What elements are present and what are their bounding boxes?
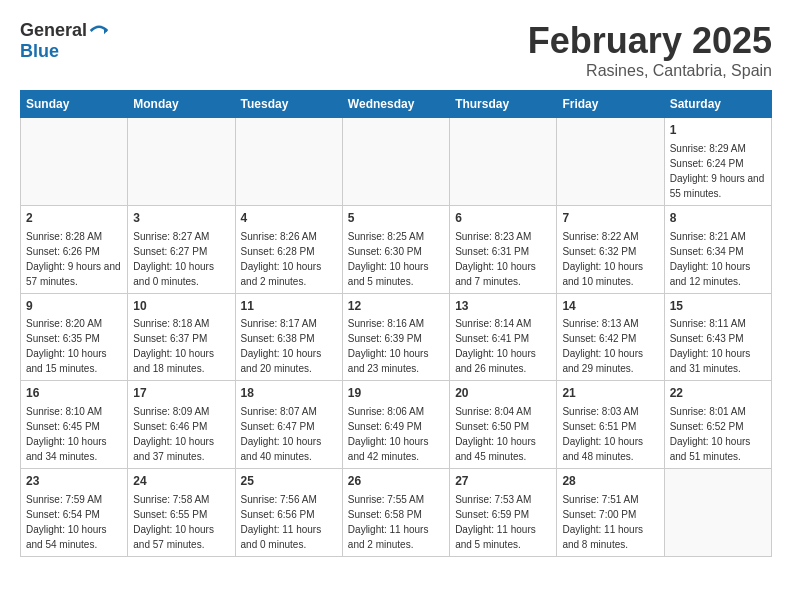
day-number: 26 — [348, 473, 444, 490]
calendar-cell: 12Sunrise: 8:16 AM Sunset: 6:39 PM Dayli… — [342, 293, 449, 381]
day-info: Sunrise: 8:09 AM Sunset: 6:46 PM Dayligh… — [133, 406, 214, 462]
calendar-cell: 21Sunrise: 8:03 AM Sunset: 6:51 PM Dayli… — [557, 381, 664, 469]
day-number: 25 — [241, 473, 337, 490]
day-info: Sunrise: 8:11 AM Sunset: 6:43 PM Dayligh… — [670, 318, 751, 374]
day-info: Sunrise: 8:04 AM Sunset: 6:50 PM Dayligh… — [455, 406, 536, 462]
calendar-cell — [557, 118, 664, 206]
calendar-cell: 19Sunrise: 8:06 AM Sunset: 6:49 PM Dayli… — [342, 381, 449, 469]
day-info: Sunrise: 8:26 AM Sunset: 6:28 PM Dayligh… — [241, 231, 322, 287]
calendar-cell: 23Sunrise: 7:59 AM Sunset: 6:54 PM Dayli… — [21, 469, 128, 557]
day-info: Sunrise: 7:51 AM Sunset: 7:00 PM Dayligh… — [562, 494, 643, 550]
day-number: 1 — [670, 122, 766, 139]
day-info: Sunrise: 7:58 AM Sunset: 6:55 PM Dayligh… — [133, 494, 214, 550]
day-number: 7 — [562, 210, 658, 227]
day-info: Sunrise: 8:07 AM Sunset: 6:47 PM Dayligh… — [241, 406, 322, 462]
day-number: 11 — [241, 298, 337, 315]
day-info: Sunrise: 8:18 AM Sunset: 6:37 PM Dayligh… — [133, 318, 214, 374]
weekday-row: SundayMondayTuesdayWednesdayThursdayFrid… — [21, 91, 772, 118]
calendar-table: SundayMondayTuesdayWednesdayThursdayFrid… — [20, 90, 772, 557]
calendar-cell: 4Sunrise: 8:26 AM Sunset: 6:28 PM Daylig… — [235, 205, 342, 293]
calendar-cell: 16Sunrise: 8:10 AM Sunset: 6:45 PM Dayli… — [21, 381, 128, 469]
day-number: 24 — [133, 473, 229, 490]
calendar-body: 1Sunrise: 8:29 AM Sunset: 6:24 PM Daylig… — [21, 118, 772, 557]
day-number: 10 — [133, 298, 229, 315]
header: General Blue February 2025 Rasines, Cant… — [20, 20, 772, 80]
day-number: 14 — [562, 298, 658, 315]
day-info: Sunrise: 8:06 AM Sunset: 6:49 PM Dayligh… — [348, 406, 429, 462]
weekday-header-tuesday: Tuesday — [235, 91, 342, 118]
logo: General Blue — [20, 20, 109, 62]
calendar-cell: 6Sunrise: 8:23 AM Sunset: 6:31 PM Daylig… — [450, 205, 557, 293]
weekday-header-friday: Friday — [557, 91, 664, 118]
calendar-cell: 22Sunrise: 8:01 AM Sunset: 6:52 PM Dayli… — [664, 381, 771, 469]
day-number: 5 — [348, 210, 444, 227]
day-number: 6 — [455, 210, 551, 227]
day-info: Sunrise: 8:16 AM Sunset: 6:39 PM Dayligh… — [348, 318, 429, 374]
calendar-cell: 1Sunrise: 8:29 AM Sunset: 6:24 PM Daylig… — [664, 118, 771, 206]
calendar-cell — [450, 118, 557, 206]
day-number: 12 — [348, 298, 444, 315]
day-info: Sunrise: 7:55 AM Sunset: 6:58 PM Dayligh… — [348, 494, 429, 550]
day-info: Sunrise: 8:23 AM Sunset: 6:31 PM Dayligh… — [455, 231, 536, 287]
day-info: Sunrise: 8:25 AM Sunset: 6:30 PM Dayligh… — [348, 231, 429, 287]
day-number: 2 — [26, 210, 122, 227]
day-info: Sunrise: 8:10 AM Sunset: 6:45 PM Dayligh… — [26, 406, 107, 462]
logo-general: General — [20, 20, 87, 41]
day-info: Sunrise: 8:01 AM Sunset: 6:52 PM Dayligh… — [670, 406, 751, 462]
day-number: 9 — [26, 298, 122, 315]
week-row-4: 16Sunrise: 8:10 AM Sunset: 6:45 PM Dayli… — [21, 381, 772, 469]
calendar-cell — [21, 118, 128, 206]
calendar-cell: 7Sunrise: 8:22 AM Sunset: 6:32 PM Daylig… — [557, 205, 664, 293]
calendar-cell: 27Sunrise: 7:53 AM Sunset: 6:59 PM Dayli… — [450, 469, 557, 557]
day-number: 27 — [455, 473, 551, 490]
day-number: 18 — [241, 385, 337, 402]
day-info: Sunrise: 8:03 AM Sunset: 6:51 PM Dayligh… — [562, 406, 643, 462]
calendar-cell: 5Sunrise: 8:25 AM Sunset: 6:30 PM Daylig… — [342, 205, 449, 293]
day-info: Sunrise: 8:17 AM Sunset: 6:38 PM Dayligh… — [241, 318, 322, 374]
day-number: 8 — [670, 210, 766, 227]
day-number: 22 — [670, 385, 766, 402]
day-number: 4 — [241, 210, 337, 227]
calendar-cell: 3Sunrise: 8:27 AM Sunset: 6:27 PM Daylig… — [128, 205, 235, 293]
day-info: Sunrise: 8:22 AM Sunset: 6:32 PM Dayligh… — [562, 231, 643, 287]
day-number: 28 — [562, 473, 658, 490]
day-number: 21 — [562, 385, 658, 402]
week-row-5: 23Sunrise: 7:59 AM Sunset: 6:54 PM Dayli… — [21, 469, 772, 557]
calendar-cell: 9Sunrise: 8:20 AM Sunset: 6:35 PM Daylig… — [21, 293, 128, 381]
weekday-header-monday: Monday — [128, 91, 235, 118]
calendar-cell: 17Sunrise: 8:09 AM Sunset: 6:46 PM Dayli… — [128, 381, 235, 469]
day-info: Sunrise: 7:56 AM Sunset: 6:56 PM Dayligh… — [241, 494, 322, 550]
weekday-header-thursday: Thursday — [450, 91, 557, 118]
calendar-cell: 8Sunrise: 8:21 AM Sunset: 6:34 PM Daylig… — [664, 205, 771, 293]
title-block: February 2025 Rasines, Cantabria, Spain — [528, 20, 772, 80]
calendar-header: SundayMondayTuesdayWednesdayThursdayFrid… — [21, 91, 772, 118]
week-row-2: 2Sunrise: 8:28 AM Sunset: 6:26 PM Daylig… — [21, 205, 772, 293]
day-info: Sunrise: 8:29 AM Sunset: 6:24 PM Dayligh… — [670, 143, 765, 199]
calendar-cell: 10Sunrise: 8:18 AM Sunset: 6:37 PM Dayli… — [128, 293, 235, 381]
calendar-cell: 14Sunrise: 8:13 AM Sunset: 6:42 PM Dayli… — [557, 293, 664, 381]
month-year: February 2025 — [528, 20, 772, 62]
day-info: Sunrise: 7:53 AM Sunset: 6:59 PM Dayligh… — [455, 494, 536, 550]
weekday-header-sunday: Sunday — [21, 91, 128, 118]
day-number: 17 — [133, 385, 229, 402]
day-info: Sunrise: 8:27 AM Sunset: 6:27 PM Dayligh… — [133, 231, 214, 287]
calendar-cell: 26Sunrise: 7:55 AM Sunset: 6:58 PM Dayli… — [342, 469, 449, 557]
weekday-header-saturday: Saturday — [664, 91, 771, 118]
calendar-cell: 20Sunrise: 8:04 AM Sunset: 6:50 PM Dayli… — [450, 381, 557, 469]
calendar-cell — [235, 118, 342, 206]
day-info: Sunrise: 8:13 AM Sunset: 6:42 PM Dayligh… — [562, 318, 643, 374]
logo-icon — [89, 21, 109, 41]
day-number: 3 — [133, 210, 229, 227]
day-info: Sunrise: 8:21 AM Sunset: 6:34 PM Dayligh… — [670, 231, 751, 287]
logo-blue: Blue — [20, 41, 59, 61]
location: Rasines, Cantabria, Spain — [528, 62, 772, 80]
day-info: Sunrise: 8:20 AM Sunset: 6:35 PM Dayligh… — [26, 318, 107, 374]
week-row-1: 1Sunrise: 8:29 AM Sunset: 6:24 PM Daylig… — [21, 118, 772, 206]
calendar-cell — [128, 118, 235, 206]
calendar-cell: 25Sunrise: 7:56 AM Sunset: 6:56 PM Dayli… — [235, 469, 342, 557]
day-number: 16 — [26, 385, 122, 402]
day-info: Sunrise: 8:14 AM Sunset: 6:41 PM Dayligh… — [455, 318, 536, 374]
week-row-3: 9Sunrise: 8:20 AM Sunset: 6:35 PM Daylig… — [21, 293, 772, 381]
calendar-cell: 11Sunrise: 8:17 AM Sunset: 6:38 PM Dayli… — [235, 293, 342, 381]
day-number: 15 — [670, 298, 766, 315]
